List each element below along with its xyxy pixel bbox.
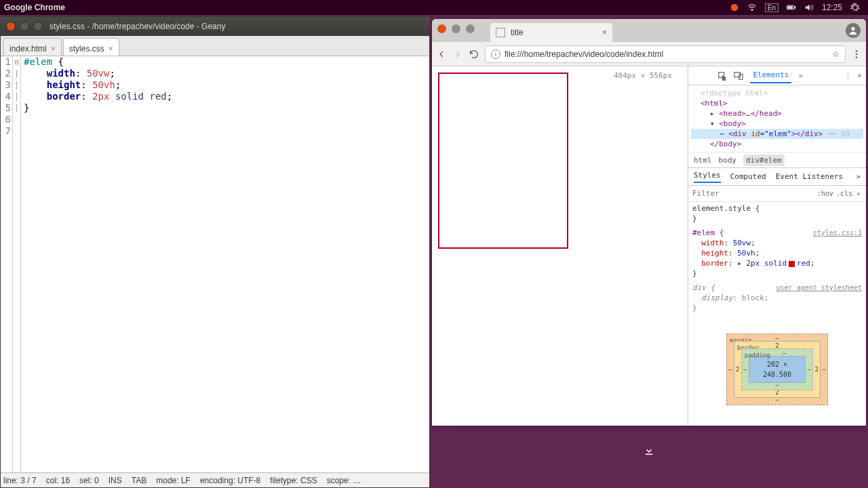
geany-title-text: styles.css - /home/trepachev/video/code … bbox=[50, 22, 225, 31]
bookmark-star-icon[interactable]: ☆ bbox=[832, 49, 840, 59]
styles-filter-input[interactable] bbox=[692, 189, 814, 198]
battery-icon[interactable] bbox=[787, 3, 796, 12]
hover-toggle[interactable]: :hov bbox=[817, 190, 833, 197]
svg-point-8 bbox=[856, 56, 858, 58]
rule-source-link[interactable]: styles.css:1 bbox=[813, 228, 862, 238]
svg-point-5 bbox=[851, 27, 854, 30]
styles-pane[interactable]: element.style {} styles.css:1 #elem { wi… bbox=[688, 202, 866, 426]
download-shelf[interactable] bbox=[432, 427, 866, 488]
close-icon[interactable]: × bbox=[602, 28, 607, 37]
status-sel: sel: 0 bbox=[79, 476, 99, 485]
line-number-gutter: 1 2 3 4 5 6 7 bbox=[1, 56, 13, 472]
crumb-div-elem[interactable]: div#elem bbox=[743, 155, 785, 166]
cls-toggle[interactable]: .cls bbox=[836, 190, 852, 197]
record-icon[interactable] bbox=[730, 3, 739, 12]
status-ins: INS bbox=[108, 476, 122, 485]
nav-back-icon[interactable] bbox=[436, 49, 447, 60]
svg-rect-3 bbox=[795, 7, 795, 9]
inspect-element-icon[interactable] bbox=[717, 71, 727, 81]
volume-icon[interactable] bbox=[804, 3, 814, 12]
close-icon[interactable]: × bbox=[51, 44, 56, 54]
geany-window: styles.css - /home/trepachev/video/code … bbox=[0, 16, 430, 488]
fold-gutter[interactable]: ⊟ │ │ │ │ bbox=[13, 56, 21, 472]
reload-icon[interactable] bbox=[469, 49, 479, 60]
subtab-computed[interactable]: Computed bbox=[730, 172, 766, 181]
elem-red-box bbox=[438, 73, 568, 249]
devtools-topbar: 404px × 556px Elements » ⋮ × bbox=[688, 66, 866, 85]
status-filetype: filetype: CSS bbox=[270, 476, 317, 485]
chrome-menu-icon[interactable] bbox=[851, 49, 862, 60]
devtools-tab-elements[interactable]: Elements bbox=[750, 68, 791, 83]
subtab-styles[interactable]: Styles bbox=[694, 171, 721, 183]
devtools-panel: 404px × 556px Elements » ⋮ × <!doctype h… bbox=[688, 66, 866, 426]
network-icon[interactable] bbox=[747, 3, 757, 12]
nav-forward-icon bbox=[452, 49, 463, 60]
svg-point-1 bbox=[751, 9, 753, 11]
crumb-html[interactable]: html bbox=[694, 156, 712, 165]
status-encoding: encoding: UTF-8 bbox=[200, 476, 260, 485]
geany-tab-index-html[interactable]: index.html× bbox=[3, 38, 62, 56]
device-toolbar-icon[interactable] bbox=[734, 71, 743, 81]
url-text: file:///home/trepachev/video/code/index.… bbox=[505, 49, 663, 59]
address-bar[interactable]: i file:///home/trepachev/video/code/inde… bbox=[485, 45, 846, 63]
viewport-dimensions: 404px × 556px bbox=[614, 71, 672, 80]
download-icon[interactable] bbox=[643, 445, 655, 457]
window-close-button[interactable] bbox=[437, 24, 446, 33]
chrome-toolbar: i file:///home/trepachev/video/code/inde… bbox=[432, 42, 866, 66]
more-subtabs-icon[interactable]: » bbox=[856, 172, 861, 181]
status-col: col: 16 bbox=[46, 476, 70, 485]
more-tabs-icon[interactable]: » bbox=[798, 71, 803, 80]
settings-gear-icon[interactable] bbox=[850, 3, 860, 12]
site-info-icon[interactable]: i bbox=[491, 49, 500, 59]
svg-point-0 bbox=[730, 4, 738, 12]
chrome-tab-title: title bbox=[511, 28, 524, 37]
keyboard-layout-indicator[interactable]: En bbox=[765, 3, 778, 12]
dom-tree[interactable]: <!doctype html> <html> ▸ <head>…</head> … bbox=[688, 85, 866, 152]
geany-titlebar[interactable]: styles.css - /home/trepachev/video/code … bbox=[1, 17, 429, 36]
geany-statusbar: line: 3 / 7 col: 16 sel: 0 INS TAB mode:… bbox=[1, 472, 429, 487]
window-maximize-button[interactable] bbox=[466, 24, 475, 33]
box-model-diagram[interactable]: margin – – – – border 2 2 2 2 bbox=[726, 333, 828, 405]
svg-rect-4 bbox=[788, 6, 793, 9]
rule-elem: styles.css:1 #elem { width: 50vw; height… bbox=[692, 228, 862, 279]
window-minimize-button[interactable] bbox=[452, 24, 460, 33]
clock[interactable]: 12:25 bbox=[822, 3, 842, 12]
chrome-tab[interactable]: title × bbox=[490, 23, 612, 42]
status-tab: TAB bbox=[132, 476, 146, 485]
rendered-page[interactable] bbox=[432, 66, 688, 426]
dom-breadcrumbs[interactable]: html body div#elem bbox=[688, 152, 866, 168]
subtab-event-listeners[interactable]: Event Listeners bbox=[776, 172, 843, 181]
status-mode: mode: LF bbox=[156, 476, 191, 485]
status-scope: scope: … bbox=[327, 476, 361, 485]
window-close-button[interactable] bbox=[6, 22, 16, 31]
add-rule-icon[interactable]: ＋ bbox=[855, 189, 862, 199]
dom-doctype: <!doctype html> bbox=[691, 88, 863, 98]
favicon-icon bbox=[496, 28, 505, 37]
geany-editor-area[interactable]: 1 2 3 4 5 6 7 ⊟ │ │ │ │ #elem { width: 5… bbox=[1, 56, 429, 472]
status-line: line: 3 / 7 bbox=[3, 476, 37, 485]
chrome-window: title × i file:///home/trepachev/video/c… bbox=[432, 19, 866, 426]
geany-tab-styles-css[interactable]: styles.css× bbox=[63, 38, 119, 56]
code-text[interactable]: #elem { width: 50vw; height: 50vh; borde… bbox=[21, 56, 429, 472]
active-app-title: Google Chrome bbox=[4, 3, 65, 12]
color-swatch-icon[interactable] bbox=[789, 261, 795, 267]
profile-avatar-icon[interactable] bbox=[846, 23, 861, 38]
dom-selected-node[interactable]: ⋯ <div id="elem"></div> == $0 bbox=[691, 129, 863, 139]
window-minimize-button[interactable] bbox=[20, 22, 29, 31]
crumb-body[interactable]: body bbox=[719, 156, 737, 165]
chrome-tabstrip[interactable]: title × bbox=[432, 19, 866, 42]
devtools-menu-icon[interactable]: ⋮ bbox=[844, 71, 852, 80]
gnome-top-panel: Google Chrome En 12:25 bbox=[0, 0, 868, 15]
svg-point-6 bbox=[856, 50, 858, 52]
rule-user-agent: user agent stylesheet div { display: blo… bbox=[692, 283, 862, 313]
geany-tabbar: index.html× styles.css× bbox=[1, 36, 429, 56]
rule-inline: element.style {} bbox=[692, 203, 862, 224]
styles-filter-bar: :hov .cls ＋ bbox=[688, 186, 866, 202]
styles-subtab-bar: Styles Computed Event Listeners » bbox=[688, 168, 866, 186]
devtools-close-icon[interactable]: × bbox=[857, 71, 862, 80]
svg-point-7 bbox=[856, 53, 858, 55]
window-maximize-button[interactable] bbox=[33, 22, 43, 31]
close-icon[interactable]: × bbox=[108, 44, 113, 54]
